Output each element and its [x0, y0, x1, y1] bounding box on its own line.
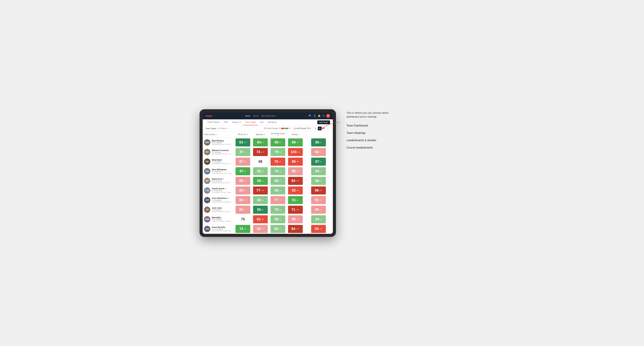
player-name: Edward Crossman	[212, 149, 233, 151]
player-name: Blair McHarg	[212, 140, 233, 142]
table-row: EC Edward Crossman 1-5 Handicap Sunningd…	[203, 147, 333, 157]
score-change: -3▼	[244, 161, 246, 163]
tab-pgat[interactable]: PGAT Players	[206, 119, 222, 125]
tab-all-players[interactable]: All Players	[266, 119, 279, 125]
tab-hcaps[interactable]: Hcaps 1-5	[230, 119, 243, 125]
score-cell-putting: 91 -3▼	[304, 195, 333, 205]
table-row: DF David Ford ✓ Plus Handicap Royal Nort…	[203, 176, 333, 185]
col-header-player[interactable]: Player Quality ▼	[203, 132, 234, 138]
player-cell[interactable]: MM Matt Miller 6-10 Handicap Woburn Golf…	[203, 214, 234, 224]
view-grid-button[interactable]: ⊞	[314, 127, 318, 130]
search-icon[interactable]: 🔍	[309, 114, 312, 117]
score-change: -3▼	[278, 161, 282, 163]
player-cell[interactable]: AN Aaron Nicholls 11-15 Handicap Drift G…	[203, 224, 234, 234]
score-change: 4▲	[261, 170, 264, 172]
player-cell[interactable]: CQ Charlie Quick ✓ 6-10 Handicap St. Geo…	[203, 185, 234, 195]
player-avatar: DB	[204, 168, 210, 174]
score-change: 8▲	[279, 142, 281, 143]
player-cell[interactable]: JC Josh Coles 1-5 Handicap Royal North D…	[203, 205, 234, 214]
score-cell-off-tee: 88	[252, 157, 269, 166]
player-cell[interactable]: EE Elliot Ebert 1-5 Handicap Sunningdale…	[203, 157, 234, 166]
score-cell-off-tee: 77 -14▼	[252, 185, 269, 195]
score-box: 58 10▲	[270, 225, 285, 233]
score-value: 91	[315, 198, 319, 202]
score-cell-player-quality: 87 1▲	[234, 147, 252, 157]
score-box: 88 -2▼	[288, 215, 303, 223]
score-value: 73	[256, 150, 260, 154]
col-header-approach[interactable]: Approach ▼	[252, 132, 269, 138]
main-content: Player Quality ▼ Off the Tee ▼ Approach …	[203, 132, 333, 234]
player-cell[interactable]: DF David Ford ✓ Plus Handicap Royal Nort…	[203, 176, 234, 185]
edit-icon[interactable]: ✏	[227, 127, 228, 129]
score-cell-around-green: 85 -3▼	[287, 166, 304, 176]
col-header-off-tee[interactable]: Off the Tee ▼	[234, 132, 252, 138]
score-cell-approach: 77 -3▼	[269, 195, 287, 205]
score-cell-around-green: 86 -6▼	[287, 157, 304, 166]
tab-team-clippd[interactable]: Team Clippd	[243, 119, 258, 125]
score-cell-putting: 94 1▲	[304, 166, 333, 176]
score-cell-player-quality: 74 -8▼	[234, 224, 252, 234]
player-cell[interactable]: DB Dave Billingham 1-5 Handicap Gog Mago…	[203, 166, 234, 176]
score-box: 103 15▲	[288, 148, 303, 156]
annotation-team-dashboard: Team Dashboard	[346, 124, 396, 127]
nav-link-performance[interactable]: My Performance	[262, 115, 276, 117]
score-value: 92	[315, 150, 319, 154]
change-min: -5	[279, 127, 280, 129]
chevron-down-icon: ▾	[310, 127, 310, 129]
score-cell-off-tee: 61 -3▼	[252, 214, 269, 224]
score-cell-approach: 80 3▲	[269, 176, 287, 185]
score-cell-around-green: 88 -2▼	[287, 214, 304, 224]
score-change: -3▼	[244, 180, 246, 182]
score-box: 94 1▲	[311, 167, 326, 175]
player-count: 14 Players	[218, 127, 226, 129]
nav-link-teams[interactable]: Teams	[253, 115, 259, 117]
person-icon[interactable]: 👤	[313, 114, 316, 117]
player-club: Craigmillar Park, United Kingdom	[212, 201, 233, 203]
score-change: -3▼	[296, 170, 299, 172]
nav-bar: clippd Home Teams My Performance 🔍 👤 🔔 ⚙…	[203, 112, 333, 119]
user-avatar[interactable]: U	[326, 114, 330, 118]
tabs: PGAT Players PGA Hcaps 1-5 Team Clippd T…	[206, 119, 279, 125]
player-info: Edward Crossman 1-5 Handicap Sunningdale…	[212, 149, 233, 155]
tab-pga[interactable]: PGA	[222, 119, 230, 125]
bell-icon[interactable]: 🔔	[318, 114, 320, 117]
player-club: Woburn Golf Club, United Kingdom	[212, 220, 233, 222]
settings-icon[interactable]: ⚙	[322, 114, 324, 117]
player-cell[interactable]: CR Chris Robertson ✓ 1-5 Handicap Craigm…	[203, 195, 234, 205]
player-avatar: EC	[204, 149, 210, 155]
col-header-around-green[interactable]: Around the Green ▼	[269, 132, 287, 138]
table-row: DB Dave Billingham 1-5 Handicap Gog Mago…	[203, 166, 333, 176]
score-change: 15▲	[297, 151, 300, 153]
score-box: 95 9▲	[311, 138, 326, 147]
score-box: 87 -3▼	[236, 158, 250, 166]
score-cell-player-quality: 81 -3▼	[234, 205, 252, 214]
nav-link-home[interactable]: Home	[245, 115, 250, 117]
player-cell[interactable]: BM Blair McHarg Plus Handicap Royal Nort…	[203, 138, 234, 147]
score-value: 94	[315, 217, 319, 221]
score-change: 9▲	[279, 151, 281, 153]
player-avatar: JC	[204, 206, 210, 213]
score-cell-off-tee: 60 -1▼	[252, 224, 269, 234]
last-rounds-button[interactable]: ⊞ Last Rounds: 20 ▾	[292, 127, 312, 130]
player-club: Sunningdale Golf Club, United Kingdom	[212, 153, 233, 155]
player-club: Royal North Devon Golf Club, United King…	[212, 182, 233, 184]
score-value: 88	[292, 140, 296, 144]
col-header-putting[interactable]: Putting ▼	[287, 132, 304, 138]
score-box: 85 8▲	[270, 138, 285, 147]
score-box: 75	[236, 215, 250, 223]
score-cell-off-tee: 73 -11▼	[252, 147, 269, 157]
tab-tour[interactable]: Tour	[258, 119, 266, 125]
score-change: 10▲	[278, 228, 282, 230]
score-value: 94	[315, 169, 319, 173]
player-cell[interactable]: EC Edward Crossman 1-5 Handicap Sunningd…	[203, 147, 234, 157]
view-heatmap-button[interactable]: ⊟	[318, 127, 322, 130]
team-title-group: Team Clippd | 14 Players ✏	[206, 127, 228, 130]
score-box: 87 1▲	[236, 148, 250, 156]
score-cell-player-quality: 75	[234, 214, 252, 224]
round-change: 20 Round Change -5 +5	[264, 127, 291, 129]
score-cell-approach: 85 8▲	[269, 138, 287, 147]
score-change: 4▲	[296, 199, 299, 201]
score-value: 88	[258, 160, 262, 164]
player-handicap: 11-15 Handicap	[212, 228, 233, 230]
score-change: -3▼	[319, 199, 322, 201]
